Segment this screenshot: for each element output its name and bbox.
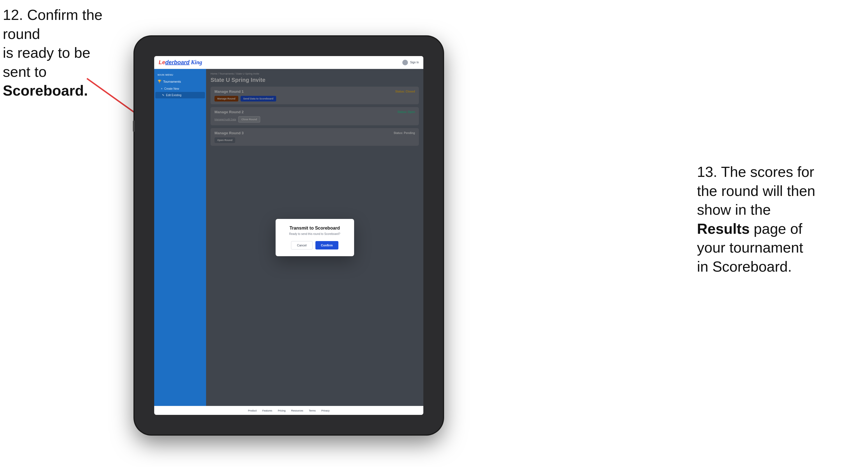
sidebar-create-new-label: Create New (164, 87, 179, 90)
app-logo: Lederboard King (159, 59, 202, 66)
tablet-device: Lederboard King Sign In MAIN MENU 🏆 Tour… (134, 36, 443, 434)
sidebar-create-new[interactable]: + Create New (154, 86, 206, 92)
main-content: Home / Tournaments / State U Spring Invi… (206, 69, 423, 406)
nav-right: Sign In (402, 60, 419, 65)
sidebar: MAIN MENU 🏆 Tournaments + Create New ✎ E… (154, 69, 206, 406)
instruction-step-bold: Scoreboard. (3, 83, 88, 99)
sign-in-link[interactable]: Sign In (410, 61, 419, 64)
footer-features[interactable]: Features (262, 409, 272, 412)
trophy-icon: 🏆 (158, 80, 161, 83)
footer-resources[interactable]: Resources (291, 409, 303, 412)
user-icon (402, 60, 408, 65)
instruction-step-line1: 12. Confirm the round (3, 7, 103, 42)
modal-subtitle: Ready to send this round to Scoreboard? (283, 232, 346, 236)
edit-icon: ✎ (162, 94, 164, 97)
tablet-screen: Lederboard King Sign In MAIN MENU 🏆 Tour… (154, 56, 423, 415)
footer-pricing[interactable]: Pricing (278, 409, 286, 412)
app-container: Lederboard King Sign In MAIN MENU 🏆 Tour… (154, 56, 423, 415)
transmit-modal: Transmit to Scoreboard Ready to send thi… (276, 219, 354, 256)
sidebar-edit-existing-label: Edit Existing (166, 94, 181, 97)
sidebar-tournaments-label: Tournaments (163, 80, 181, 83)
modal-cancel-button[interactable]: Cancel (291, 241, 312, 249)
footer-product[interactable]: Product (248, 409, 256, 412)
instruction-right: 13. The scores forthe round will thensho… (697, 163, 860, 276)
tablet-side-button (133, 121, 134, 132)
modal-buttons: Cancel Confirm (283, 241, 346, 249)
footer: Product Features Pricing Resources Terms… (154, 406, 423, 415)
main-body: MAIN MENU 🏆 Tournaments + Create New ✎ E… (154, 69, 423, 406)
footer-privacy[interactable]: Privacy (321, 409, 330, 412)
top-navbar: Lederboard King Sign In (154, 56, 423, 69)
instruction-step-line2: is ready to be sent to (3, 44, 90, 80)
sidebar-item-tournaments[interactable]: 🏆 Tournaments (154, 77, 206, 86)
modal-overlay: Transmit to Scoreboard Ready to send thi… (206, 69, 423, 406)
sidebar-menu-label: MAIN MENU (154, 71, 206, 77)
instruction-top: 12. Confirm the round is ready to be sen… (3, 6, 121, 100)
footer-terms[interactable]: Terms (309, 409, 316, 412)
modal-confirm-button[interactable]: Confirm (315, 241, 338, 249)
instruction-right-line1: 13. The scores forthe round will thensho… (697, 164, 815, 275)
sidebar-edit-existing[interactable]: ✎ Edit Existing (155, 92, 205, 98)
plus-icon: + (161, 87, 163, 90)
logo-area: Lederboard King (159, 59, 202, 66)
instruction-right-bold: Results (697, 221, 750, 237)
modal-title: Transmit to Scoreboard (283, 226, 346, 231)
